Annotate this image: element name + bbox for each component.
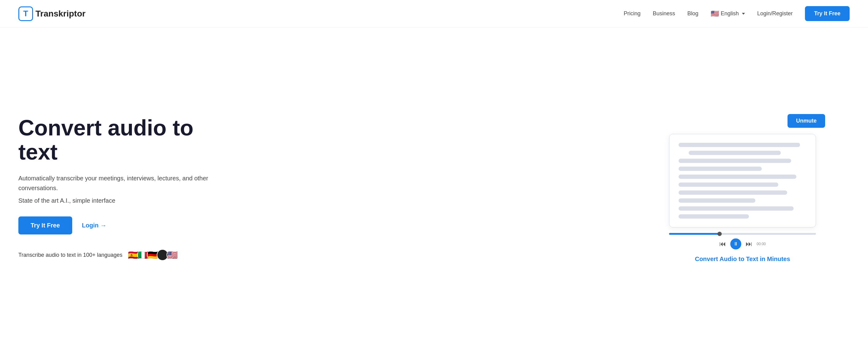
nav-link-blog[interactable]: Blog [687,10,699,17]
nav-link-pricing[interactable]: Pricing [624,10,641,17]
transcript-line-9 [679,206,794,211]
audio-controls: ⏮ ⏸ ⏭ 00:00 [719,238,766,249]
transcript-line-6 [679,182,778,187]
audio-thumb [717,232,722,236]
audio-player: ⏮ ⏸ ⏭ 00:00 [669,233,816,249]
rewind-button[interactable]: ⏮ [719,240,726,248]
nav-link-business[interactable]: Business [653,10,675,17]
hero-left: Convert audio to text Automatically tran… [18,116,217,261]
login-register-link[interactable]: Login/Register [757,10,793,17]
transcript-line-7 [679,191,787,195]
play-pause-button[interactable]: ⏸ [730,238,741,249]
audio-progress-fill [669,233,720,235]
hero-right: Unmute ⏮ ⏸ ⏭ 00:00 Conver [636,114,850,263]
login-label: Login [82,222,98,229]
navbar: T Transkriptor Pricing Business Blog 🇺🇸 … [0,0,868,28]
hero-description: Automatically transcribe your meetings, … [18,173,217,193]
login-link[interactable]: Login → [82,222,106,229]
transcript-line-4 [679,167,762,171]
try-it-free-nav-button[interactable]: Try It Free [805,6,850,21]
flag-us: 🇺🇸 [166,249,178,261]
transcript-line-3 [679,159,791,163]
logo-text: Transkriptor [35,9,85,19]
chevron-down-icon [742,13,745,15]
arrow-icon: → [100,222,106,229]
transcript-line-8 [679,198,755,203]
transcript-line-10 [679,214,749,218]
language-label: English [721,10,739,17]
hero-subtitle: State of the art A.I., simple interface [18,197,217,204]
hero-section: Convert audio to text Automatically tran… [0,28,868,343]
hero-title: Convert audio to text [18,116,217,164]
languages-text: Transcribe audio to text in 100+ languag… [18,252,122,258]
transcript-card [669,134,816,228]
transcript-line-1 [679,143,800,147]
language-selector[interactable]: 🇺🇸 English [711,10,745,18]
fast-forward-button[interactable]: ⏭ [746,240,752,248]
unmute-button[interactable]: Unmute [787,114,825,128]
transcript-line-5 [679,175,796,179]
convert-label: Convert Audio to Text in Minutes [695,255,790,263]
language-flags: 🇪🇸 🇮🇹 🇩🇪 🇺🇸 [127,249,178,261]
hero-actions: Try It Free Login → [18,216,217,235]
audio-progress-bar[interactable] [669,233,816,235]
logo[interactable]: T Transkriptor [18,6,85,21]
nav-links: Pricing Business Blog 🇺🇸 English Login/R… [624,6,850,21]
audio-time: 00:00 [756,242,766,246]
transcript-line-2 [689,151,781,155]
hero-languages: Transcribe audio to text in 100+ languag… [18,249,217,261]
logo-icon: T [18,6,33,21]
flag-icon: 🇺🇸 [711,10,719,18]
try-it-free-hero-button[interactable]: Try It Free [18,216,72,235]
